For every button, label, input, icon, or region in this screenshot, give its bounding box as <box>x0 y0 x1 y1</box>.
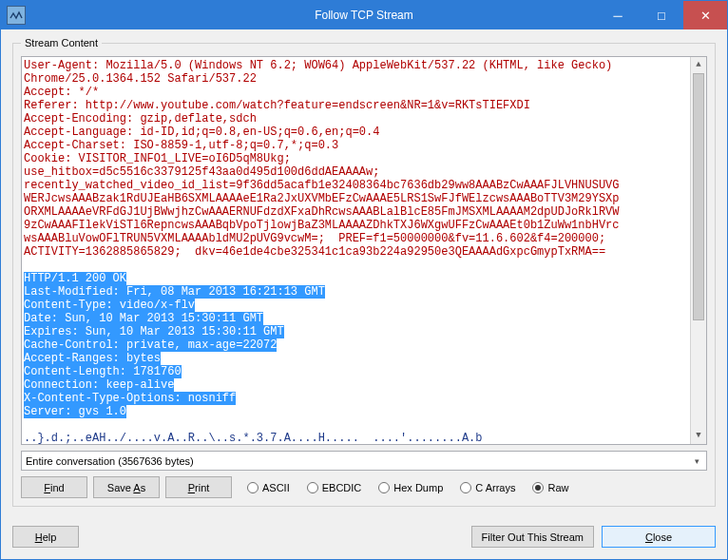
stream-content-group: Stream Content User-Agent: Mozilla/5.0 (… <box>12 37 716 507</box>
radio-raw[interactable]: Raw <box>532 482 568 493</box>
radio-ebcdic[interactable]: EBCDIC <box>307 482 362 493</box>
find-button[interactable]: Find <box>21 476 87 498</box>
stream-textarea[interactable]: User-Agent: Mozilla/5.0 (Windows NT 6.2;… <box>21 56 707 445</box>
chevron-down-icon: ▾ <box>690 456 704 466</box>
radio-carrays[interactable]: C Arrays <box>460 482 515 493</box>
close-window-button[interactable]: ✕ <box>683 1 727 29</box>
scroll-down-button[interactable]: ▼ <box>691 428 706 444</box>
radio-ascii[interactable]: ASCII <box>247 482 290 493</box>
scroll-up-button[interactable]: ▲ <box>691 57 706 73</box>
conversation-select-value: Entire conversation (3567636 bytes) <box>26 455 194 467</box>
scroll-thumb[interactable] <box>693 73 704 320</box>
help-button[interactable]: Help <box>12 526 79 548</box>
app-icon <box>7 6 26 25</box>
encoding-radio-group: ASCII EBCDIC Hex Dump C Arrays Raw <box>247 482 568 493</box>
maximize-button[interactable]: □ <box>640 1 683 29</box>
scrollbar-vertical[interactable]: ▲ ▼ <box>690 57 706 444</box>
radio-hexdump[interactable]: Hex Dump <box>378 482 443 493</box>
wireshark-icon <box>10 10 23 21</box>
minimize-button[interactable]: ─ <box>596 1 640 29</box>
conversation-select[interactable]: Entire conversation (3567636 bytes) ▾ <box>21 451 707 471</box>
title-bar: Follow TCP Stream ─ □ ✕ <box>1 1 727 29</box>
filter-out-stream-button[interactable]: Filter Out This Stream <box>471 526 594 548</box>
print-button[interactable]: Print <box>165 476 232 498</box>
close-button[interactable]: Close <box>602 526 716 548</box>
client-area: Stream Content User-Agent: Mozilla/5.0 (… <box>1 29 727 559</box>
stream-content-legend: Stream Content <box>21 37 102 48</box>
save-as-button[interactable]: Save As <box>93 476 160 498</box>
window-buttons: ─ □ ✕ <box>596 1 727 29</box>
